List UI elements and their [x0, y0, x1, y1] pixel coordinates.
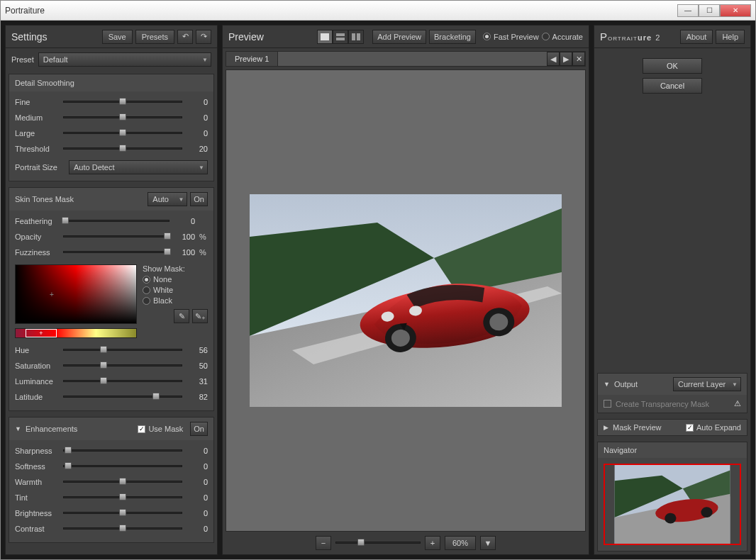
mask-none-radio[interactable]: None [143, 275, 208, 284]
navigator-image[interactable] [604, 464, 741, 545]
detail-smoothing-panel: Detail Smoothing Fine0 Medium0 Large0 Th… [9, 74, 214, 181]
mask-white-radio[interactable]: White [143, 286, 208, 294]
eyedropper-button[interactable]: ✎ [174, 309, 189, 323]
preset-select[interactable]: Default [38, 52, 211, 67]
color-picker[interactable]: + [15, 264, 137, 324]
brightness-slider[interactable] [63, 508, 182, 518]
enh-title: Enhancements [26, 425, 77, 433]
help-button[interactable]: Help [716, 30, 745, 44]
opacity-slider[interactable] [63, 232, 169, 242]
brand-label: Portraiture 2 [600, 30, 660, 43]
threshold-slider[interactable] [63, 144, 182, 154]
zoom-in-button[interactable]: + [425, 536, 440, 550]
sharpness-slider[interactable] [63, 446, 182, 456]
skin-tones-panel: Skin Tones Mask Auto On Feathering0 Opac… [9, 187, 214, 411]
mask-preview-title: Mask Preview [613, 423, 661, 432]
presets-button[interactable]: Presets [135, 30, 174, 44]
enh-toggle[interactable]: On [190, 422, 208, 436]
zoom-out-button[interactable]: − [316, 536, 331, 550]
eyedropper-add-button[interactable]: ✎₊ [192, 309, 208, 323]
tab-prev-button[interactable]: ◀ [547, 52, 560, 66]
show-mask-label: Show Mask: [143, 264, 208, 273]
detail-title: Detail Smoothing [15, 79, 74, 87]
tab-close-button[interactable]: ✕ [572, 52, 585, 66]
enhancements-panel: ▼ Enhancements Use Mask On Sharpness0 So… [9, 417, 214, 543]
close-button[interactable]: ✕ [720, 4, 751, 17]
ok-button[interactable]: OK [643, 58, 702, 74]
chevron-down-icon[interactable]: ▼ [604, 381, 610, 388]
view-split-h-button[interactable] [333, 30, 348, 44]
mask-mode-select[interactable]: Auto [148, 192, 187, 206]
luminance-slider[interactable] [63, 376, 182, 386]
auto-expand-checkbox[interactable] [686, 424, 694, 432]
svg-rect-1 [336, 33, 345, 36]
output-title: Output [614, 380, 638, 388]
save-button[interactable]: Save [102, 30, 133, 44]
fast-preview-radio[interactable]: Fast Preview [483, 33, 539, 41]
titlebar: Portraiture — ☐ ✕ [1, 1, 755, 21]
tint-slider[interactable] [63, 493, 182, 503]
zoom-value[interactable]: 60% [445, 536, 476, 550]
zoom-slider[interactable] [335, 538, 421, 548]
chevron-down-icon[interactable]: ▼ [15, 425, 21, 432]
preview-tab-1[interactable]: Preview 1 [226, 52, 278, 66]
tab-next-button[interactable]: ▶ [560, 52, 572, 66]
svg-rect-4 [357, 33, 360, 40]
accurate-radio[interactable]: Accurate [542, 33, 583, 41]
zoom-menu-button[interactable]: ▼ [480, 536, 496, 550]
fuzziness-slider[interactable] [63, 247, 169, 257]
softness-slider[interactable] [63, 461, 182, 471]
svg-rect-0 [321, 33, 329, 40]
mask-toggle[interactable]: On [190, 192, 208, 206]
contrast-slider[interactable] [63, 524, 182, 534]
svg-rect-2 [336, 38, 345, 40]
window-title: Portraiture [5, 6, 45, 16]
latitude-slider[interactable] [63, 392, 182, 402]
cancel-button[interactable]: Cancel [643, 78, 702, 94]
large-slider[interactable] [63, 128, 182, 138]
portrait-size-select[interactable]: Auto Detect [69, 160, 208, 174]
warmth-slider[interactable] [63, 477, 182, 487]
view-single-button[interactable] [317, 30, 333, 44]
preview-panel: Preview Add Preview Bracketing Fast Prev… [222, 25, 589, 555]
minimize-button[interactable]: — [677, 4, 699, 17]
right-panel: Portraiture 2 About Help OK Cancel ▼ Out… [594, 25, 751, 555]
preset-label: Preset [11, 55, 34, 64]
saturation-slider[interactable] [63, 361, 182, 371]
undo-button[interactable]: ↶ [177, 30, 193, 44]
svg-rect-3 [352, 33, 355, 40]
output-target-select[interactable]: Current Layer [673, 377, 741, 391]
warning-icon: ⚠ [734, 399, 741, 408]
navigator-title: Navigator [604, 446, 637, 454]
settings-panel: Settings Save Presets ↶ ↷ Preset Default… [5, 25, 218, 555]
add-preview-button[interactable]: Add Preview [372, 30, 426, 44]
hue-slider[interactable] [63, 345, 182, 355]
output-panel: ▼ Output Current Layer Create Transparen… [597, 373, 747, 413]
redo-button[interactable]: ↷ [196, 30, 211, 44]
preview-title: Preview [228, 31, 264, 43]
mask-preview-panel: ▶ Mask Preview Auto Expand [597, 419, 747, 436]
bracketing-button[interactable]: Bracketing [429, 30, 476, 44]
feathering-slider[interactable] [63, 216, 169, 226]
maximize-button[interactable]: ☐ [699, 4, 720, 17]
mask-title: Skin Tones Mask [15, 195, 74, 203]
about-button[interactable]: About [680, 30, 713, 44]
preview-image [250, 194, 562, 407]
preview-canvas[interactable] [226, 69, 586, 532]
use-mask-checkbox[interactable] [138, 425, 145, 433]
fine-slider[interactable] [63, 97, 182, 107]
medium-slider[interactable] [63, 113, 182, 123]
transparency-checkbox[interactable] [604, 400, 611, 408]
navigator-panel: Navigator [597, 442, 747, 551]
hue-bar[interactable]: + [15, 328, 137, 338]
mask-black-radio[interactable]: Black [143, 296, 208, 305]
chevron-right-icon[interactable]: ▶ [604, 424, 608, 431]
settings-title: Settings [11, 31, 48, 43]
view-split-v-button[interactable] [348, 30, 364, 44]
